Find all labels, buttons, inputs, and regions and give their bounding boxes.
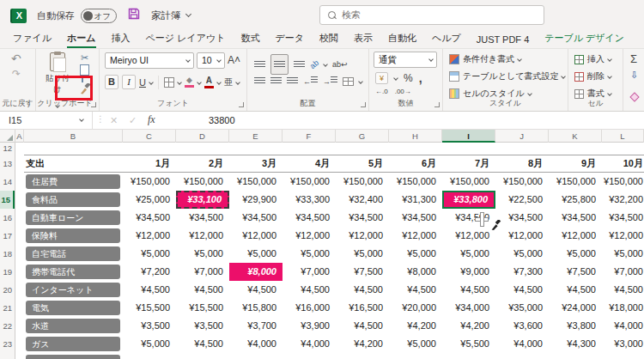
cell-D18[interactable]: ¥5,000 (176, 245, 229, 263)
cell-C20[interactable]: ¥4,500 (123, 281, 176, 299)
cell-F19[interactable]: ¥7,000 (283, 263, 336, 281)
percent-style-icon[interactable]: % (404, 72, 413, 84)
cell-E15[interactable]: ¥29,900 (229, 191, 283, 209)
align-center-icon[interactable] (270, 77, 282, 85)
cell-I23[interactable]: ¥5,500 (442, 335, 495, 353)
cell-G21[interactable]: ¥16,500 (336, 299, 389, 317)
cell-G18[interactable]: ¥5,000 (336, 245, 389, 263)
cell-L15[interactable]: ¥32,200 (602, 191, 644, 209)
cell-J23[interactable]: ¥4,000 (495, 335, 549, 353)
cell-F22[interactable]: ¥3,900 (283, 317, 336, 335)
font-name-select[interactable]: Meiryo UI (105, 52, 194, 69)
cell-C14[interactable]: ¥150,000 (123, 173, 176, 191)
tab-file[interactable]: ファイル (5, 30, 59, 48)
orientation-icon[interactable]: ab (308, 58, 320, 70)
cell-E18[interactable]: ¥5,000 (229, 245, 283, 263)
category-label-電気[interactable]: 電気 (26, 301, 120, 315)
delete-cells-button[interactable]: 削除 (574, 70, 611, 82)
cell-F21[interactable]: ¥16,000 (283, 299, 336, 317)
cell-J15[interactable]: ¥22,500 (495, 191, 549, 209)
cell-H14[interactable]: ¥150,000 (389, 173, 442, 191)
cell-F16[interactable]: ¥34,500 (283, 209, 336, 227)
cell-L17[interactable]: ¥12,000 (602, 227, 644, 245)
cell-E20[interactable]: ¥4,500 (229, 281, 283, 299)
clipboard-dialog-launcher-icon[interactable] (91, 102, 96, 107)
cell-E22[interactable]: ¥3,700 (229, 317, 283, 335)
cancel-entry-icon[interactable]: ✕ (110, 115, 118, 126)
font-color-button[interactable]: A (204, 76, 214, 88)
fill-color-button[interactable]: ◆ (185, 76, 194, 88)
increase-indent-icon[interactable]: → (323, 76, 337, 86)
borders-icon[interactable] (164, 77, 174, 88)
cell-H16[interactable]: ¥34,500 (389, 209, 442, 227)
insert-function-icon[interactable]: fx (148, 113, 155, 126)
number-dialog-launcher-icon[interactable] (434, 102, 440, 107)
redo-icon[interactable]: ↷ (12, 68, 21, 80)
cell-J17[interactable]: ¥12,000 (495, 227, 549, 245)
cell-J14[interactable]: ¥150,000 (495, 173, 549, 191)
clear-icon[interactable] (631, 88, 638, 104)
wrap-text-icon[interactable]: ab↩ (332, 60, 348, 69)
cell-L19[interactable]: ¥7,000 (602, 263, 644, 281)
cell-F23[interactable]: ¥4,000 (283, 335, 336, 353)
cell-L14[interactable]: ¥150,000 (602, 173, 644, 191)
tab-automate[interactable]: 自動化 (380, 30, 424, 48)
italic-button[interactable]: I (122, 75, 136, 89)
category-label-インターネット[interactable]: インターネット (26, 283, 120, 297)
cell-H15[interactable]: ¥31,300 (389, 191, 442, 209)
cell-I21[interactable]: ¥34,000 (442, 299, 495, 317)
tab-table-design[interactable]: テーブル デザイン (537, 30, 632, 48)
tab-view[interactable]: 表示 (346, 30, 380, 48)
month-header-2[interactable]: 2月 (176, 155, 229, 172)
table-header-expenses[interactable]: 支出 (26, 155, 45, 172)
phonetic-guide-button[interactable]: 亜 (224, 76, 233, 88)
cell-G17[interactable]: ¥12,000 (336, 227, 389, 245)
cell-D17[interactable]: ¥12,000 (176, 227, 229, 245)
tab-insert[interactable]: 挿入 (104, 30, 138, 48)
decrease-decimal-icon[interactable]: .00→ (395, 88, 411, 95)
file-name[interactable]: 家計簿 (151, 9, 181, 22)
month-header-1[interactable]: 1月 (123, 155, 176, 172)
font-dialog-launcher-icon[interactable] (239, 102, 244, 107)
align-top-icon[interactable] (254, 61, 265, 69)
cell-L16[interactable]: ¥34,500 (602, 209, 644, 227)
cell-J22[interactable]: ¥3,600 (495, 317, 549, 335)
cell-I14[interactable]: ¥150,000 (442, 173, 495, 191)
cell-I15[interactable]: ¥33,800 (442, 191, 495, 209)
cell-J21[interactable]: ¥35,000 (495, 299, 549, 317)
cell-H18[interactable]: ¥5,000 (389, 245, 442, 263)
month-header-4[interactable]: 4月 (283, 155, 336, 172)
cell-F20[interactable]: ¥4,500 (283, 281, 336, 299)
underline-button[interactable]: U (139, 77, 146, 88)
cell-L18[interactable]: ¥5,000 (602, 245, 644, 263)
cell-C16[interactable]: ¥34,500 (123, 209, 176, 227)
category-label-水道[interactable]: 水道 (26, 319, 120, 333)
undo-icon[interactable]: ↶ (11, 52, 21, 65)
alignment-dialog-launcher-icon[interactable] (361, 102, 366, 107)
search-box[interactable]: 検索 (319, 5, 544, 25)
comma-style-icon[interactable]: , (419, 71, 422, 85)
cell-G14[interactable]: ¥150,000 (336, 173, 389, 191)
cell-L22[interactable]: ¥4,000 (602, 317, 644, 335)
cell-F15[interactable]: ¥33,300 (283, 191, 336, 209)
bold-button[interactable]: B (105, 75, 118, 89)
cell-D22[interactable]: ¥3,500 (176, 317, 229, 335)
cell-I18[interactable]: ¥5,000 (442, 245, 495, 263)
cell-I16[interactable]: ¥34,500 (442, 209, 495, 227)
accounting-format-icon[interactable]: ¥ (375, 72, 388, 84)
tab-formulas[interactable]: 数式 (233, 30, 267, 48)
conditional-formatting-button[interactable]: 条件付き書式 (449, 53, 521, 65)
cell-J16[interactable]: ¥34,500 (495, 209, 549, 227)
name-box[interactable]: I15 (0, 112, 93, 129)
category-label-住居費[interactable]: 住居費 (26, 174, 120, 189)
month-header-6[interactable]: 6月 (389, 155, 442, 172)
cell-K21[interactable]: ¥24,000 (549, 299, 602, 317)
autosave-toggle[interactable]: オフ (81, 9, 117, 23)
align-bottom-icon[interactable] (294, 61, 305, 69)
cut-icon[interactable]: ✂ (81, 52, 88, 64)
insert-cells-button[interactable]: 挿入 (574, 53, 611, 65)
cell-G23[interactable]: ¥4,200 (336, 335, 389, 353)
cell-C22[interactable]: ¥3,500 (123, 317, 176, 335)
cell-K19[interactable]: ¥7,500 (549, 263, 602, 281)
tab-home[interactable]: ホーム (59, 30, 104, 48)
